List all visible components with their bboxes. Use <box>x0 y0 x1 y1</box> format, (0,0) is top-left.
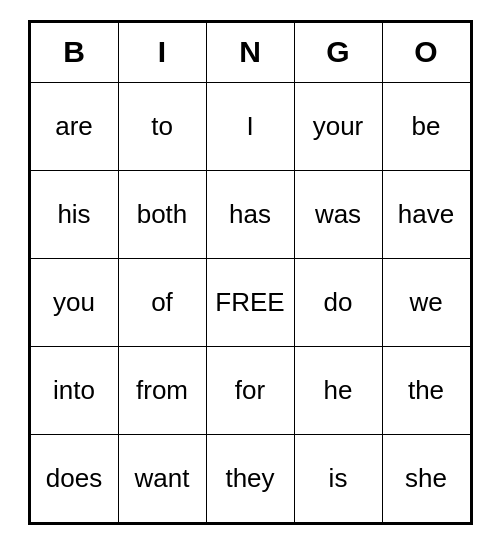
header-row: BINGO <box>30 22 470 82</box>
header-cell-o: O <box>382 22 470 82</box>
cell-r3-c1: from <box>118 346 206 434</box>
cell-r2-c2: FREE <box>206 258 294 346</box>
cell-r4-c2: they <box>206 434 294 522</box>
cell-r1-c4: have <box>382 170 470 258</box>
cell-r3-c3: he <box>294 346 382 434</box>
cell-r0-c4: be <box>382 82 470 170</box>
cell-r2-c3: do <box>294 258 382 346</box>
cell-r1-c2: has <box>206 170 294 258</box>
cell-r2-c1: of <box>118 258 206 346</box>
cell-r4-c3: is <box>294 434 382 522</box>
cell-r0-c1: to <box>118 82 206 170</box>
cell-r3-c0: into <box>30 346 118 434</box>
table-row: doeswanttheyisshe <box>30 434 470 522</box>
header-cell-g: G <box>294 22 382 82</box>
cell-r0-c3: your <box>294 82 382 170</box>
cell-r0-c2: I <box>206 82 294 170</box>
header-cell-b: B <box>30 22 118 82</box>
cell-r0-c0: are <box>30 82 118 170</box>
cell-r4-c4: she <box>382 434 470 522</box>
bingo-card: BINGO aretoIyourbehisbothhaswashaveyouof… <box>28 20 473 525</box>
cell-r3-c4: the <box>382 346 470 434</box>
table-row: aretoIyourbe <box>30 82 470 170</box>
cell-r1-c3: was <box>294 170 382 258</box>
cell-r1-c1: both <box>118 170 206 258</box>
cell-r4-c1: want <box>118 434 206 522</box>
cell-r2-c4: we <box>382 258 470 346</box>
cell-r2-c0: you <box>30 258 118 346</box>
table-row: intofromforhethe <box>30 346 470 434</box>
bingo-table: BINGO aretoIyourbehisbothhaswashaveyouof… <box>30 22 471 523</box>
table-row: hisbothhaswashave <box>30 170 470 258</box>
cell-r3-c2: for <box>206 346 294 434</box>
table-row: youofFREEdowe <box>30 258 470 346</box>
header-cell-i: I <box>118 22 206 82</box>
cell-r4-c0: does <box>30 434 118 522</box>
cell-r1-c0: his <box>30 170 118 258</box>
header-cell-n: N <box>206 22 294 82</box>
